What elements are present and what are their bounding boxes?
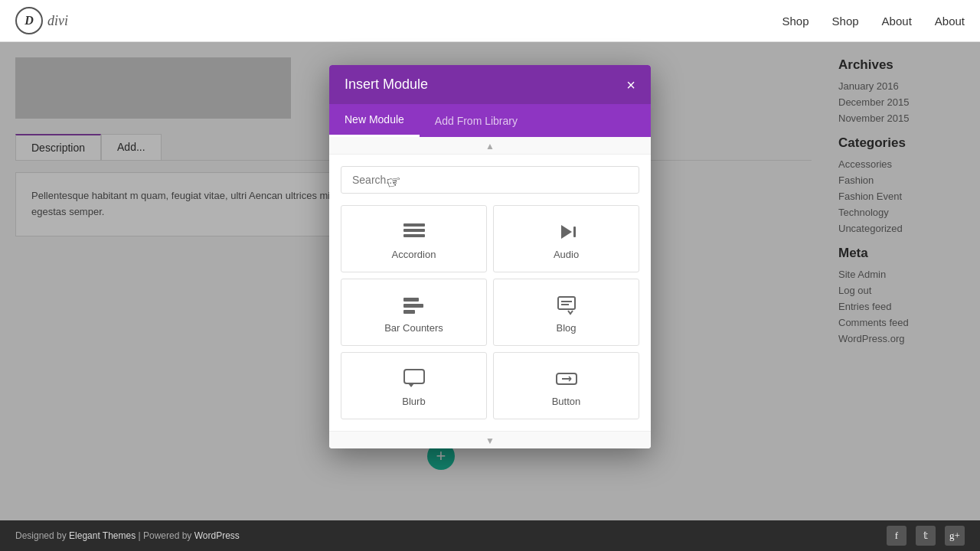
accordion-label: Accordion bbox=[392, 249, 436, 260]
svg-rect-4 bbox=[573, 227, 576, 237]
modal-tabs: New Module Add From Library bbox=[329, 104, 651, 137]
svg-rect-7 bbox=[403, 310, 415, 314]
svg-marker-3 bbox=[561, 225, 572, 239]
twitter-icon[interactable]: 𝕥 bbox=[916, 526, 936, 546]
facebook-icon[interactable]: f bbox=[887, 526, 906, 546]
audio-label: Audio bbox=[554, 249, 579, 260]
close-button[interactable]: × bbox=[626, 77, 635, 93]
module-grid-wrapper: Accordion Audio bbox=[341, 205, 639, 419]
footer-social-icons: f 𝕥 g+ bbox=[887, 526, 965, 546]
scroll-up-arrow[interactable]: ▲ bbox=[485, 141, 495, 152]
footer-elegant-themes-link[interactable]: Elegant Themes bbox=[69, 530, 136, 541]
nav-shop-2[interactable]: Shop bbox=[832, 15, 859, 28]
svg-rect-0 bbox=[403, 223, 425, 227]
bar-counters-label: Bar Counters bbox=[384, 322, 443, 334]
logo[interactable]: D divi bbox=[15, 7, 68, 34]
modal-body: Accordion Audio bbox=[329, 155, 651, 431]
nav-about-2[interactable]: About bbox=[935, 15, 965, 28]
logo-icon: D bbox=[15, 7, 43, 34]
insert-module-modal: Insert Module × New Module Add From Libr… bbox=[329, 65, 651, 448]
module-blurb[interactable]: Blurb bbox=[341, 352, 487, 419]
svg-rect-5 bbox=[403, 298, 419, 302]
svg-rect-11 bbox=[404, 370, 424, 383]
top-navigation: D divi Shop Shop About About bbox=[0, 0, 980, 42]
blog-icon bbox=[557, 295, 577, 316]
module-button[interactable]: Button bbox=[493, 352, 639, 419]
googleplus-icon[interactable]: g+ bbox=[945, 526, 965, 546]
button-label: Button bbox=[552, 396, 581, 407]
svg-rect-2 bbox=[403, 234, 425, 237]
svg-rect-6 bbox=[403, 304, 423, 308]
svg-rect-8 bbox=[558, 297, 575, 309]
module-blog[interactable]: Blog bbox=[493, 279, 639, 346]
module-bar-counters[interactable]: Bar Counters bbox=[341, 279, 487, 346]
footer-wordpress-link[interactable]: WordPress bbox=[194, 530, 240, 541]
audio-icon bbox=[557, 221, 577, 243]
modal-header: Insert Module × bbox=[329, 65, 651, 104]
footer: Designed by Elegant Themes | Powered by … bbox=[0, 520, 980, 551]
tab-new-module[interactable]: New Module bbox=[329, 104, 420, 137]
scroll-down-arrow[interactable]: ▼ bbox=[485, 435, 495, 446]
tab-add-from-library[interactable]: Add From Library bbox=[420, 104, 533, 137]
blurb-icon bbox=[403, 368, 425, 390]
module-audio[interactable]: Audio bbox=[493, 205, 639, 272]
accordion-icon bbox=[403, 221, 425, 243]
blurb-label: Blurb bbox=[402, 396, 425, 407]
module-accordion[interactable]: Accordion bbox=[341, 205, 487, 272]
module-grid: Accordion Audio bbox=[341, 205, 639, 419]
nav-about-1[interactable]: About bbox=[882, 15, 912, 28]
modal-title: Insert Module bbox=[345, 77, 428, 93]
svg-rect-1 bbox=[403, 229, 425, 232]
blog-label: Blog bbox=[556, 322, 576, 334]
footer-text: Designed by Elegant Themes | Powered by … bbox=[15, 530, 240, 541]
nav-shop-1[interactable]: Shop bbox=[782, 15, 809, 28]
search-input[interactable] bbox=[341, 166, 639, 194]
bar-counters-icon bbox=[403, 295, 425, 316]
button-icon bbox=[556, 368, 577, 390]
nav-links: Shop Shop About About bbox=[782, 15, 965, 28]
logo-text: divi bbox=[47, 13, 68, 29]
svg-marker-12 bbox=[408, 383, 414, 387]
